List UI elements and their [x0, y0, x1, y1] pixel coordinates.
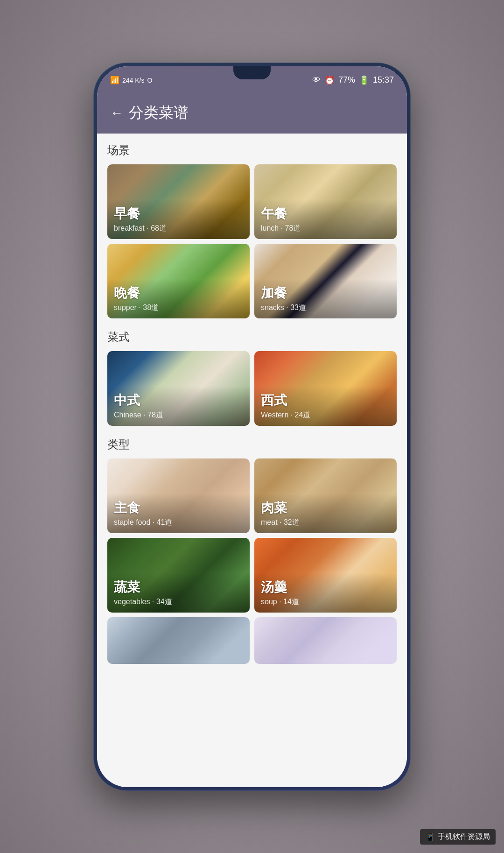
card-staple[interactable]: 主食 staple food · 41道 [107, 458, 250, 533]
card-subtitle-soup: soup · 14道 [261, 597, 390, 607]
card-title-snacks: 加餐 [261, 284, 390, 302]
card-subtitle-chinese: Chinese · 78道 [114, 410, 243, 420]
status-bar: 📶 244 K/s O 👁 ⏰ 77% 🔋 15:37 [97, 66, 407, 94]
watermark-text: 手机软件资源局 [438, 832, 490, 842]
card-overlay-supper: 晚餐 supper · 38道 [107, 279, 250, 318]
card-overlay-snacks: 加餐 snacks · 33道 [254, 279, 397, 318]
status-right: 👁 ⏰ 77% 🔋 15:37 [312, 75, 394, 85]
header: ← 分类菜谱 [97, 94, 407, 134]
card-title-breakfast: 早餐 [114, 205, 243, 223]
type-grid: 主食 staple food · 41道 肉菜 meat · 32道 蔬菜 ve… [107, 458, 397, 664]
card-lunch[interactable]: 午餐 lunch · 78道 [254, 164, 397, 239]
card-bottom-right[interactable] [254, 617, 397, 664]
card-chinese[interactable]: 中式 Chinese · 78道 [107, 351, 250, 426]
card-overlay-chinese: 中式 Chinese · 78道 [107, 386, 250, 426]
card-overlay-western: 西式 Western · 24道 [254, 386, 397, 426]
page-title: 分类菜谱 [129, 103, 189, 123]
alarm-icon: ⏰ [324, 75, 335, 85]
card-bottom-left[interactable] [107, 617, 250, 664]
time: 15:37 [373, 75, 394, 85]
card-western[interactable]: 西式 Western · 24道 [254, 351, 397, 426]
card-overlay-soup: 汤羹 soup · 14道 [254, 573, 397, 613]
status-left: 📶 244 K/s O [110, 76, 152, 85]
section-title-style: 菜式 [107, 330, 397, 345]
signal-strength: 244 K/s [122, 77, 144, 84]
card-supper[interactable]: 晚餐 supper · 38道 [107, 244, 250, 318]
card-overlay-meat: 肉菜 meat · 32道 [254, 493, 397, 533]
scene-grid: 早餐 breakfast · 68道 午餐 lunch · 78道 晚餐 sup… [107, 164, 397, 318]
card-title-soup: 汤羹 [261, 578, 390, 596]
section-title-scene: 场景 [107, 143, 397, 158]
card-subtitle-meat: meat · 32道 [261, 518, 390, 528]
card-title-supper: 晚餐 [114, 284, 243, 302]
card-subtitle-vegetables: vegetables · 34道 [114, 597, 243, 607]
card-title-chinese: 中式 [114, 392, 243, 409]
card-overlay-breakfast: 早餐 breakfast · 68道 [107, 199, 250, 239]
card-title-staple: 主食 [114, 499, 243, 517]
battery-percent: 77% [338, 75, 355, 85]
style-grid: 中式 Chinese · 78道 西式 Western · 24道 [107, 351, 397, 426]
card-vegetables[interactable]: 蔬菜 vegetables · 34道 [107, 538, 250, 613]
battery-icon: 🔋 [359, 75, 369, 85]
card-title-western: 西式 [261, 392, 390, 409]
card-soup[interactable]: 汤羹 soup · 14道 [254, 538, 397, 613]
wifi-icon: 📶 [110, 76, 119, 85]
section-title-type: 类型 [107, 437, 397, 452]
card-breakfast[interactable]: 早餐 breakfast · 68道 [107, 164, 250, 239]
eye-icon: 👁 [312, 75, 321, 85]
card-subtitle-snacks: snacks · 33道 [261, 303, 390, 313]
card-subtitle-western: Western · 24道 [261, 410, 390, 420]
card-meat[interactable]: 肉菜 meat · 32道 [254, 458, 397, 533]
data-icon: O [147, 77, 152, 84]
card-subtitle-lunch: lunch · 78道 [261, 224, 390, 233]
notch [233, 66, 271, 79]
card-overlay-staple: 主食 staple food · 41道 [107, 493, 250, 533]
card-snacks[interactable]: 加餐 snacks · 33道 [254, 244, 397, 318]
card-overlay-lunch: 午餐 lunch · 78道 [254, 199, 397, 239]
card-overlay-vegetables: 蔬菜 vegetables · 34道 [107, 573, 250, 613]
phone-screen: 📶 244 K/s O 👁 ⏰ 77% 🔋 15:37 ← 分类菜谱 场景 [97, 66, 407, 787]
card-title-meat: 肉菜 [261, 499, 390, 517]
card-title-lunch: 午餐 [261, 205, 390, 223]
card-subtitle-breakfast: breakfast · 68道 [114, 224, 243, 233]
content-area[interactable]: 场景 早餐 breakfast · 68道 午餐 lunch · 78道 [97, 134, 407, 787]
card-subtitle-supper: supper · 38道 [114, 303, 243, 313]
phone-frame: 📶 244 K/s O 👁 ⏰ 77% 🔋 15:37 ← 分类菜谱 场景 [93, 63, 411, 791]
card-title-vegetables: 蔬菜 [114, 578, 243, 596]
watermark-icon: 📱 [426, 832, 435, 841]
back-button[interactable]: ← [110, 106, 123, 120]
card-subtitle-staple: staple food · 41道 [114, 518, 243, 528]
watermark: 📱 手机软件资源局 [420, 829, 496, 845]
